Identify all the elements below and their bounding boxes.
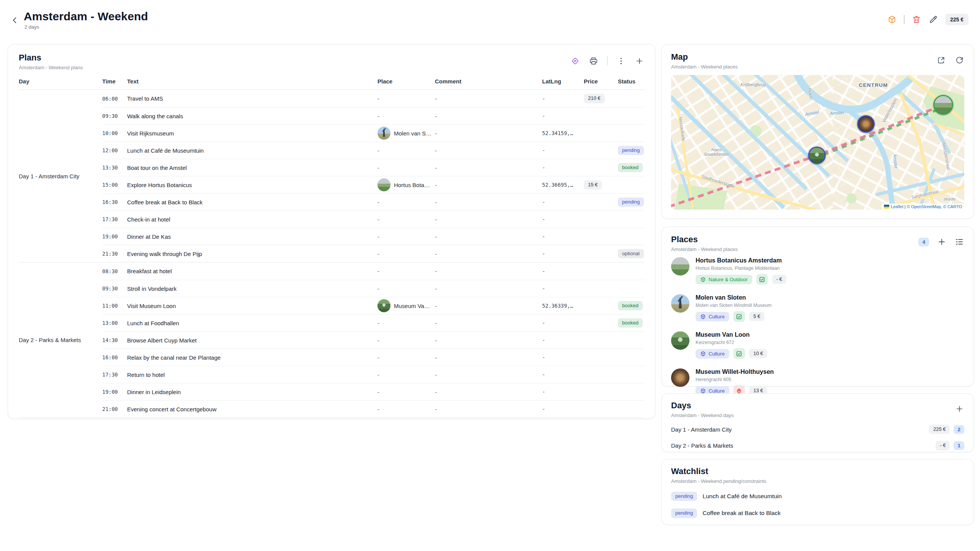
plan-place: -	[377, 354, 435, 361]
plan-time: 11:00	[102, 303, 127, 309]
place-badges: Nature & Outdoor- €	[696, 274, 786, 285]
plan-time: 16:30	[102, 199, 127, 205]
plus-icon[interactable]	[954, 404, 964, 414]
plan-row[interactable]: 09:30Stroll in Vondelpark---	[102, 280, 644, 297]
status-badge: booked	[618, 163, 643, 172]
plan-row[interactable]: 21:30Evening walk through De Pijp---opti…	[102, 245, 644, 262]
plan-row[interactable]: 16:30Coffee break at Back to Black---pen…	[102, 193, 644, 210]
day-price-badge: - €	[936, 441, 950, 450]
plan-comment: -	[435, 113, 542, 119]
plan-comment: -	[435, 216, 542, 223]
plans-card: Plans Amsterdam - Weekend plans Day Time…	[8, 44, 655, 419]
plan-row[interactable]: 13:00Lunch at Foodhallen---booked	[102, 314, 644, 331]
plan-row[interactable]: 17:30Return to hotel---	[102, 366, 644, 383]
plus-icon[interactable]	[634, 56, 644, 66]
place-avatar	[671, 294, 689, 313]
map-viewport[interactable]: KrijtbergbrugRokinAmstelAmstelCENTRUMWat…	[671, 75, 964, 210]
plan-time: 13:30	[102, 165, 127, 171]
plan-row[interactable]: 08:30Breakfast at hotel---	[102, 262, 644, 280]
plan-place: -	[377, 337, 435, 344]
plan-day-label: Day 1 - Amsterdam City	[19, 90, 102, 262]
plan-latlng: -	[542, 251, 584, 257]
plan-row[interactable]: 21:00Evening concert at Concertgebouw---	[102, 400, 644, 417]
package-cube-icon[interactable]	[887, 15, 897, 24]
watchlist-text: Coffee break at Back to Black	[702, 510, 781, 517]
leaflet-link[interactable]: Leaflet	[891, 204, 903, 209]
category-badge: Culture	[696, 312, 729, 321]
plan-status-cell: booked	[618, 301, 644, 310]
plan-latlng: -	[542, 147, 584, 153]
plan-place: -	[377, 199, 435, 205]
plan-place: -	[377, 372, 435, 378]
day-list-item[interactable]: Day 2 - Parks & Markets- €1	[671, 437, 964, 453]
refresh-icon[interactable]	[954, 55, 964, 65]
status-badge: pending	[618, 146, 644, 155]
plan-text: Boat tour on the Amstel	[127, 165, 377, 171]
places-title: Places	[671, 235, 738, 245]
watchlist-subtitle: Amsterdam - Weekend pending/constraints	[671, 478, 766, 484]
category-badge: Nature & Outdoor	[696, 275, 752, 284]
watchlist-title: Watchlist	[671, 466, 766, 476]
plan-text: Walk along the canals	[127, 113, 377, 119]
plan-time: 19:00	[102, 389, 127, 395]
plan-text: Dinner in Leidseplein	[127, 389, 377, 395]
place-avatar	[377, 178, 390, 191]
plan-row[interactable]: 13:30Boat tour on the Amstel---booked	[102, 159, 644, 176]
printer-icon[interactable]	[589, 56, 599, 66]
plan-row[interactable]: 09:30Walk along the canals---	[102, 107, 644, 124]
plan-row[interactable]: 19:00Dinner at De Kas---	[102, 228, 644, 245]
status-badge: booked	[618, 301, 643, 310]
plan-latlng: -	[542, 337, 584, 343]
plan-status-cell: booked	[618, 318, 644, 328]
watchlist-item[interactable]: pendingCoffee break at Back to Black	[671, 505, 964, 522]
plan-row[interactable]: 15:00Explore Hortus BotanicusHortus Bota…	[102, 176, 644, 193]
plan-status-cell: pending	[618, 146, 644, 155]
map-marker-museum-van-loon[interactable]	[808, 147, 826, 164]
days-toolbar	[954, 401, 964, 414]
plan-comment: -	[435, 147, 542, 154]
map-marker-museum-willet-holthuysen[interactable]	[857, 115, 875, 133]
divider	[904, 15, 905, 24]
plan-text: Travel to AMS	[127, 95, 377, 102]
plan-row[interactable]: 11:00Visit Museum LoonMuseum Van Loon-52…	[102, 297, 644, 314]
plan-text: Explore Hortus Botanicus	[127, 182, 377, 188]
plan-row[interactable]: 17:30Check-in at hotel---	[102, 210, 644, 228]
checklist-icon[interactable]	[954, 237, 964, 247]
check-square-icon	[733, 348, 745, 359]
empty-place-value: -	[377, 251, 379, 257]
plan-time: 12:00	[102, 147, 127, 153]
plan-row[interactable]: 12:00Lunch at Café de Museumtuin---pendi…	[102, 142, 644, 159]
place-list-item[interactable]: Museum Van LoonKeizersgracht 672Culture1…	[671, 326, 964, 364]
trash-icon[interactable]	[911, 15, 921, 24]
day-list-item[interactable]: Day 1 - Amsterdam City225 €2	[671, 421, 964, 437]
back-button[interactable]	[9, 15, 21, 27]
empty-place-value: -	[377, 285, 379, 292]
plan-row[interactable]: 06:00Travel to AMS---210 €	[102, 90, 644, 107]
plan-status-cell: pending	[618, 197, 644, 207]
plan-latlng: -	[542, 389, 584, 395]
carto-link[interactable]: © CARTO	[943, 204, 962, 209]
place-list-item[interactable]: Molen van SlotenMolen van Sloten Windmil…	[671, 289, 964, 326]
plan-row[interactable]: 14:30Browse Albert Cuyp Market---	[102, 331, 644, 349]
pencil-icon[interactable]	[928, 15, 938, 24]
chevron-left-icon	[11, 16, 19, 26]
osm-link[interactable]: © OpenStreetMap	[907, 204, 941, 209]
empty-place-value: -	[377, 233, 379, 240]
plan-comment: -	[435, 337, 542, 344]
route-icon[interactable]	[570, 56, 580, 66]
kebab-menu-icon[interactable]	[616, 56, 626, 66]
plan-row[interactable]: 16:00Relax by the canal near De Plantage…	[102, 349, 644, 366]
status-badge: pending	[618, 197, 644, 207]
plus-icon[interactable]	[937, 237, 947, 247]
plan-row[interactable]: 19:00Dinner in Leidseplein---	[102, 383, 644, 400]
map-marker-hortus-botanicus[interactable]	[933, 95, 953, 115]
watchlist-item[interactable]: pendingLunch at Café de Museumtuin	[671, 488, 964, 505]
empty-place-value: -	[377, 268, 379, 274]
expand-icon[interactable]	[936, 55, 946, 65]
place-list-item[interactable]: Hortus Botanicus AmsterdamHortus Botanic…	[671, 252, 964, 289]
places-toolbar: 4	[918, 235, 964, 247]
map-basemap	[671, 75, 964, 210]
price-badge: 210 €	[584, 94, 605, 103]
empty-place-value: -	[377, 95, 379, 102]
plan-row[interactable]: 10:00Visit RijksmuseumMolen van Sloten-5…	[102, 124, 644, 142]
